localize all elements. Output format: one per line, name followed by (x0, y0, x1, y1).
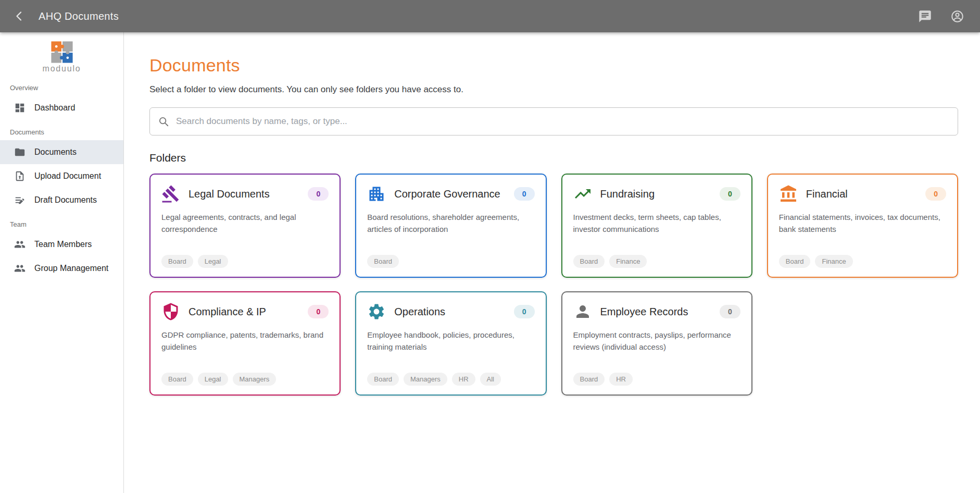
folder-description: Employment contracts, payslips, performa… (573, 329, 740, 373)
sidebar-section-items: Team Members Group Management (0, 232, 123, 280)
sidebar-item-label: Upload Document (34, 171, 101, 181)
shield-icon (161, 302, 180, 321)
folder-tag-managers: Managers (233, 373, 277, 386)
sidebar-section-label-overview: Overview (0, 76, 123, 96)
folder-tag-board: Board (573, 373, 605, 386)
sidebar-item-team-members[interactable]: Team Members (0, 232, 123, 256)
folder-count-badge: 0 (308, 187, 329, 201)
folder-tags: BoardLegal (161, 255, 329, 268)
folder-card-corporate-governance[interactable]: Corporate Governance 0 Board resolutions… (355, 174, 546, 278)
trending-up-icon (573, 184, 592, 203)
sidebar-item-group-management[interactable]: Group Management (0, 256, 123, 280)
folder-card-header: Legal Documents 0 (161, 184, 329, 203)
folder-card-header: Corporate Governance 0 (367, 184, 534, 203)
folder-title: Employee Records (600, 306, 711, 318)
folder-card-header: Compliance & IP 0 (161, 302, 329, 321)
folder-title: Operations (394, 306, 505, 318)
search-input[interactable] (175, 116, 950, 127)
folder-description: GDPR compliance, patents, trademarks, br… (161, 329, 329, 373)
sidebar-section: Overview Dashboard (0, 76, 123, 120)
search-icon (158, 116, 169, 127)
folder-tag-finance: Finance (609, 255, 647, 268)
account-button[interactable] (946, 5, 969, 28)
folder-tags: Board (367, 255, 534, 268)
folder-count-badge: 0 (514, 187, 535, 201)
folder-tags: BoardFinance (779, 255, 946, 268)
draft-icon (14, 194, 26, 206)
topbar-actions (913, 5, 969, 28)
folder-tag-legal: Legal (198, 373, 228, 386)
folder-tags: BoardLegalManagers (161, 373, 329, 386)
group-icon (14, 239, 26, 250)
folder-card-fundraising[interactable]: Fundraising 0 Investment decks, term she… (561, 174, 752, 278)
sidebar-item-upload-document[interactable]: Upload Document (0, 164, 123, 188)
back-icon (13, 10, 26, 22)
sidebar-item-label: Documents (34, 147, 77, 157)
sidebar-item-label: Draft Documents (34, 195, 97, 205)
sidebar-section-label-team: Team (0, 212, 123, 232)
folder-description: Employee handbook, policies, procedures,… (367, 329, 534, 373)
sidebar-section-items: Documents Upload Document Draft Document… (0, 140, 123, 212)
folder-tags: BoardHR (573, 373, 740, 386)
page-title: Documents (149, 55, 958, 76)
dashboard-icon (14, 102, 26, 114)
folder-tags: BoardFinance (573, 255, 740, 268)
folder-tag-board: Board (367, 373, 399, 386)
chat-button[interactable] (913, 5, 936, 28)
folder-grid: Legal Documents 0 Legal agreements, cont… (149, 174, 958, 396)
folder-tag-board: Board (367, 255, 399, 268)
sidebar-section-items: Dashboard (0, 96, 123, 120)
sidebar-item-dashboard[interactable]: Dashboard (0, 96, 123, 120)
folder-card-header: Operations 0 (367, 302, 534, 321)
sidebar-item-label: Dashboard (34, 103, 75, 113)
folder-card-header: Financial 0 (779, 184, 946, 203)
folder-icon (14, 146, 26, 158)
gear-icon (367, 302, 386, 321)
folder-tag-board: Board (161, 255, 193, 268)
page-subtitle: Select a folder to view documents. You c… (149, 84, 958, 95)
folder-description: Legal agreements, contracts, and legal c… (161, 211, 329, 255)
folder-count-badge: 0 (308, 305, 329, 318)
folders-heading: Folders (149, 152, 958, 164)
folder-description: Financial statements, invoices, tax docu… (779, 211, 946, 255)
puzzle-logo-icon (48, 41, 76, 64)
folder-tag-board: Board (573, 255, 605, 268)
folder-tag-board: Board (779, 255, 811, 268)
gavel-icon (161, 184, 180, 203)
folder-title: Compliance & IP (189, 306, 299, 318)
top-bar: AHQ Documents (0, 0, 980, 32)
folder-tags: BoardManagersHRAll (367, 373, 534, 386)
sidebar-item-documents[interactable]: Documents (0, 140, 123, 164)
folder-card-employee-records[interactable]: Employee Records 0 Employment contracts,… (561, 291, 752, 396)
back-button[interactable] (8, 5, 30, 27)
folder-description: Board resolutions, shareholder agreement… (367, 211, 534, 255)
moduulo-logo: moduulo (0, 41, 123, 73)
folder-card-header: Employee Records 0 (573, 302, 740, 321)
folder-count-badge: 0 (514, 305, 535, 318)
sidebar-item-draft-documents[interactable]: Draft Documents (0, 188, 123, 212)
search-box (149, 107, 958, 135)
folder-card-compliance-ip[interactable]: Compliance & IP 0 GDPR compliance, paten… (149, 291, 341, 396)
folder-tag-managers: Managers (404, 373, 447, 386)
folder-card-financial[interactable]: Financial 0 Financial statements, invoic… (767, 174, 958, 278)
folder-tag-board: Board (161, 373, 193, 386)
app-title: AHQ Documents (39, 10, 119, 22)
sidebar: moduulo Overview Dashboard Documents Doc… (0, 32, 124, 493)
folder-title: Financial (806, 188, 917, 200)
folder-tag-legal: Legal (198, 255, 228, 268)
folder-tag-finance: Finance (815, 255, 852, 268)
chat-icon (918, 9, 932, 23)
upload-file-icon (14, 170, 26, 182)
bank-icon (779, 184, 798, 203)
folder-card-legal-documents[interactable]: Legal Documents 0 Legal agreements, cont… (149, 174, 341, 278)
group-icon (14, 263, 26, 274)
folder-card-operations[interactable]: Operations 0 Employee handbook, policies… (355, 291, 546, 396)
sidebar-section-label-documents: Documents (0, 120, 123, 140)
folder-count-badge: 0 (720, 305, 740, 318)
sidebar-section: Documents Documents Upload Document Draf… (0, 120, 123, 212)
account-circle-icon (950, 9, 964, 23)
moduulo-wordmark: moduulo (43, 64, 81, 73)
person-icon (573, 302, 592, 321)
main-content: Documents Select a folder to view docume… (124, 32, 980, 493)
folder-title: Fundraising (600, 188, 711, 200)
